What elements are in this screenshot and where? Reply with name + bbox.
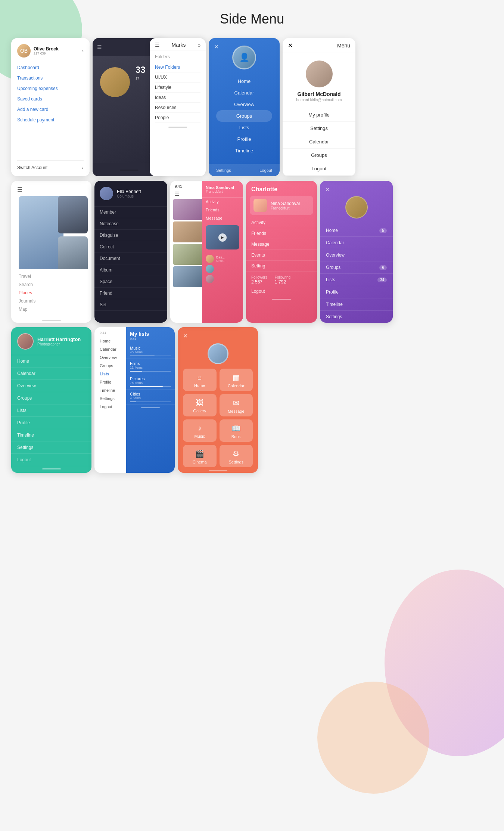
dark-nav-friend[interactable]: Friend — [94, 288, 167, 299]
list-item-cities-count: 4 items — [130, 396, 171, 400]
teal-nav-groups[interactable]: Groups — [11, 392, 91, 404]
inner-nav-friends[interactable]: Friends — [202, 206, 243, 214]
chevron-right-icon[interactable]: › — [82, 48, 84, 54]
finance-nav-transactions[interactable]: Transactions — [17, 75, 84, 81]
dark-nav-album[interactable]: Album — [94, 264, 167, 276]
pink-nav-message[interactable]: Message — [246, 239, 317, 250]
purple-item-timeline[interactable]: Timeline — [320, 298, 393, 311]
pink-nav-activity[interactable]: Activity — [246, 217, 317, 228]
folder-uiux[interactable]: UI/UX — [155, 72, 200, 83]
teal-nav-home[interactable]: Home — [11, 355, 91, 368]
folder-lifestyle[interactable]: Lifestyle — [155, 83, 200, 93]
dark-nav-notecase[interactable]: Notecase — [94, 218, 167, 230]
purple-item-profile[interactable]: Profile — [320, 286, 393, 298]
close-icon[interactable]: ✕ — [288, 42, 293, 49]
hamburger-icon[interactable]: ☰ — [155, 42, 160, 48]
dark-nav-document[interactable]: Document — [94, 253, 167, 264]
pink-nav-friends[interactable]: Friends — [246, 228, 317, 239]
finance-nav-saved[interactable]: Saved cards — [17, 96, 84, 102]
close-icon[interactable]: ✕ — [183, 332, 253, 339]
followers-label: Followers — [251, 275, 267, 279]
purple-item-home[interactable]: Home 5 — [320, 224, 393, 237]
teal-nav-calendar[interactable]: Calendar — [11, 368, 91, 380]
grid-item-book[interactable]: 📖 Book — [220, 419, 253, 442]
teal-nav-lists[interactable]: Lists — [11, 404, 91, 417]
dark-nav-member[interactable]: Member — [94, 207, 167, 218]
dark-nav-space[interactable]: Space — [94, 276, 167, 288]
blue-settings-link[interactable]: Settings — [216, 168, 231, 173]
pink-logout-link[interactable]: Logout — [246, 286, 317, 297]
blue-nav-home[interactable]: Home — [216, 75, 272, 87]
profile-nav-settings[interactable]: Settings — [283, 122, 355, 135]
travel-nav-search[interactable]: Search — [19, 280, 84, 289]
row-2: ☰ Travel Search Places Journals Map Ella… — [11, 181, 493, 323]
close-icon[interactable]: ✕ — [214, 43, 219, 50]
finance-nav-add[interactable]: Add a new card — [17, 107, 84, 112]
teal-nav-logout[interactable]: Logout — [11, 454, 91, 466]
inner-nav-message[interactable]: Message — [202, 214, 243, 222]
profile-nav-myprofile[interactable]: My profile — [283, 108, 355, 122]
travel-nav-journals[interactable]: Journals — [19, 297, 84, 305]
travel-nav-places[interactable]: Places — [19, 289, 84, 297]
grid-item-music[interactable]: ♪ Music — [183, 419, 217, 442]
purple-item-calendar[interactable]: Calendar — [320, 237, 393, 249]
travel-nav-map[interactable]: Map — [19, 305, 84, 313]
grid-item-home[interactable]: ⌂ Home — [183, 369, 217, 391]
profile-header: ✕ Menu — [283, 38, 355, 53]
teal-nav-timeline[interactable]: Timeline — [11, 429, 91, 441]
teal-nav-settings[interactable]: Settings — [11, 441, 91, 454]
grid-item-cinema[interactable]: 🎬 Cinema — [183, 445, 217, 467]
grid-item-calendar[interactable]: ▦ Calendar — [220, 369, 253, 391]
purple-user-avatar — [345, 196, 368, 218]
blue-nav-timeline[interactable]: Timeline — [216, 145, 272, 156]
purple-item-groups[interactable]: Groups 6 — [320, 261, 393, 274]
profile-nav-logout[interactable]: Logout — [283, 162, 355, 176]
search-icon[interactable]: ⌕ — [197, 42, 200, 48]
travel-nav-travel[interactable]: Travel — [19, 272, 84, 280]
travel-nav: Travel Search Places Journals Map — [11, 269, 91, 318]
play-button[interactable]: ▶ — [218, 233, 227, 242]
pink-nav-setting[interactable]: Setting — [246, 261, 317, 272]
finance-nav-dashboard[interactable]: Dashboard — [17, 65, 84, 70]
list-item-music-name: Music — [130, 346, 171, 350]
finance-nav-schedule[interactable]: Schedule payment — [17, 117, 84, 123]
list-item-cities[interactable]: Cities 4 items — [126, 390, 175, 405]
grid-item-gallery[interactable]: 🖼 Gallery — [183, 394, 217, 416]
dark-nav-colrect[interactable]: Colrect — [94, 241, 167, 253]
purple-item-lists[interactable]: Lists 34 — [320, 274, 393, 286]
inner-nav-activity[interactable]: Activity — [202, 198, 243, 206]
purple-menu-list: Home 5 Calendar Overview Groups 6 Lists … — [320, 224, 393, 323]
close-icon[interactable]: ✕ — [320, 186, 393, 196]
hamburger-icon[interactable]: ☰ — [11, 181, 91, 196]
folder-ideas[interactable]: Ideas — [155, 93, 200, 103]
teal-nav-overview[interactable]: Overview — [11, 380, 91, 392]
blue-nav-calendar[interactable]: Calendar — [216, 87, 272, 99]
blue-nav-lists[interactable]: Lists — [216, 122, 272, 133]
hamburger-icon[interactable]: ☰ — [97, 44, 102, 50]
pink-nav-events[interactable]: Events — [246, 250, 317, 261]
blue-nav-groups[interactable]: Groups — [216, 110, 272, 122]
purple-item-settings[interactable]: Settings — [320, 311, 393, 323]
grid-item-settings[interactable]: ⚙ Settings — [220, 445, 253, 467]
dark-nav-set[interactable]: Set — [94, 299, 167, 311]
blue-nav-profile[interactable]: Profile — [216, 133, 272, 145]
folder-people[interactable]: People — [155, 113, 200, 123]
profile-nav-groups[interactable]: Groups — [283, 149, 355, 162]
folder-new[interactable]: New Folders — [155, 62, 200, 72]
finance-switch-account[interactable]: Switch Account › — [17, 160, 84, 170]
list-item-pictures[interactable]: Pictures 78 items — [126, 374, 175, 390]
finance-nav-upcoming[interactable]: Upcoming expenses — [17, 86, 84, 91]
blue-nav-overview[interactable]: Overview — [216, 99, 272, 110]
dark-nav-dtisguise[interactable]: Dtisguise — [94, 230, 167, 241]
folder-resources[interactable]: Resources — [155, 103, 200, 113]
blue-logout-link[interactable]: Logout — [259, 168, 272, 173]
teal-nav-profile[interactable]: Profile — [11, 417, 91, 429]
grid-item-message[interactable]: ✉ Message — [220, 394, 253, 416]
profile-nav-calendar[interactable]: Calendar — [283, 135, 355, 149]
mockup-dark-menu: Ella Bennett Columbus Member Notecase Dt… — [94, 181, 167, 323]
list-item-films[interactable]: Films 11 items — [126, 359, 175, 374]
purple-item-overview[interactable]: Overview — [320, 249, 393, 261]
list-item-music[interactable]: Music 45 items — [126, 344, 175, 359]
row-1: OB Olive Brock 217 €39 › Dashboard Trans… — [11, 38, 493, 176]
purple-item-overview-label: Overview — [326, 252, 345, 258]
